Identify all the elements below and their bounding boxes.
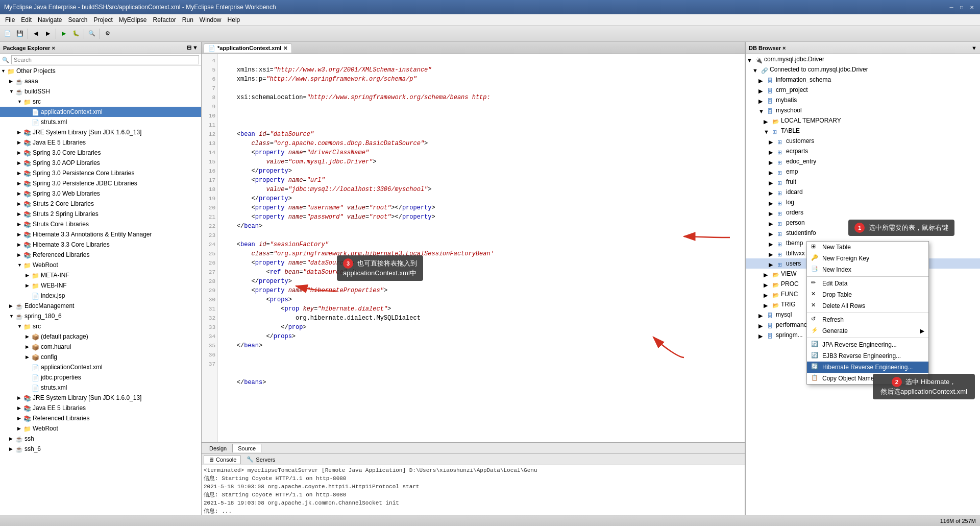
tab-design[interactable]: Design xyxy=(204,444,232,453)
debug-button[interactable]: 🐛 xyxy=(70,28,82,39)
tree-webroot[interactable]: ▼ 📁 WebRoot xyxy=(0,260,201,270)
tree-buildssh[interactable]: ▼ ☕ buildSSH xyxy=(0,86,201,97)
search-input[interactable] xyxy=(11,55,199,64)
tree-ref-libs[interactable]: ▶ 📚 Referenced Libraries xyxy=(0,250,201,260)
tab-source[interactable]: Source xyxy=(232,444,261,452)
db-log[interactable]: ▶ ⊞ log xyxy=(746,197,980,207)
tree-spring-persist[interactable]: ▶ 📚 Spring 3.0 Persistence Core Librarie… xyxy=(0,168,201,178)
ctx-delete-rows[interactable]: ✕ Delete All Rows xyxy=(807,300,928,312)
tab-applicationcontext[interactable]: 📄 *applicationContext.xml ✕ xyxy=(204,43,292,53)
tree-config[interactable]: ▶ 📦 config xyxy=(0,352,201,362)
menu-myeclipse[interactable]: MyEclipse xyxy=(116,15,150,25)
menu-run[interactable]: Run xyxy=(179,15,197,25)
db-fruit[interactable]: ▶ ⊞ fruit xyxy=(746,177,980,187)
menu-file[interactable]: File xyxy=(2,15,18,25)
new-button[interactable]: 📄 xyxy=(2,28,13,39)
minimize-button[interactable]: ─ xyxy=(947,3,955,11)
menu-edit[interactable]: Edit xyxy=(18,15,35,25)
tree-appctx2[interactable]: ▶ 📄 applicationContext.xml xyxy=(0,362,201,372)
run-button[interactable]: ▶ xyxy=(58,28,69,39)
db-crm-project[interactable]: ▶ 🗄 crm_project xyxy=(746,85,980,95)
tree-spring-core[interactable]: ▶ 📚 Spring 3.0 Core Libraries xyxy=(0,148,201,158)
tree-javaee2[interactable]: ▶ 📚 Java EE 5 Libraries xyxy=(0,403,201,413)
tree-web-inf[interactable]: ▶ 📁 WEB-INF xyxy=(0,280,201,291)
db-local-temp[interactable]: ▶ 📂 LOCAL TEMPORARY xyxy=(746,115,980,126)
ctx-copy-obj[interactable]: 📋 Copy Object Name xyxy=(807,373,928,384)
close-button[interactable]: ✕ xyxy=(968,3,976,11)
preferences-button[interactable]: ⚙ xyxy=(102,28,113,39)
tree-edocmgmt[interactable]: ▶ ☕ EdocManagement xyxy=(0,301,201,311)
tree-jre2[interactable]: ▶ 📚 JRE System Library [Sun JDK 1.6.0_13… xyxy=(0,393,201,403)
tree-applicationcontext[interactable]: ▶ 📄 applicationContext.xml xyxy=(0,107,201,117)
db-menu-icon[interactable]: ▼ xyxy=(971,45,977,51)
tree-index-jsp[interactable]: ▶ 📄 index.jsp xyxy=(0,291,201,301)
db-mybatis[interactable]: ▶ 🗄 mybatis xyxy=(746,95,980,105)
tree-spring180[interactable]: ▼ ☕ spring_180_6 xyxy=(0,311,201,321)
tree-webroot2[interactable]: ▶ 📁 WebRoot xyxy=(0,423,201,434)
db-customers[interactable]: ▶ ⊞ customers xyxy=(746,136,980,146)
tree-struts2-xml[interactable]: ▶ 📄 struts.xml xyxy=(0,382,201,393)
ctx-refresh[interactable]: ↺ Refresh xyxy=(807,314,928,325)
tree-reflibs2[interactable]: ▶ 📚 Referenced Libraries xyxy=(0,413,201,423)
tree-ssh6[interactable]: ▶ ☕ ssh_6 xyxy=(0,444,201,454)
menu-icon[interactable]: ▼ xyxy=(192,44,198,51)
tree-struts2-spring[interactable]: ▶ 📚 Struts 2 Spring Libraries xyxy=(0,209,201,219)
search-button[interactable]: 🔍 xyxy=(86,28,97,39)
tree-struts2-core[interactable]: ▶ 📚 Struts 2 Core Libraries xyxy=(0,199,201,209)
tree-other-projects[interactable]: ▼ 📁 Other Projects xyxy=(0,66,201,76)
aaaa-arrow[interactable]: ▶ xyxy=(9,77,15,86)
tree-spring-jdbc[interactable]: ▶ 📚 Spring 3.0 Persistence JDBC Librarie… xyxy=(0,178,201,188)
db-info-schema[interactable]: ▶ 🗄 information_schema xyxy=(746,75,980,85)
tab-servers[interactable]: 🔧 Servers xyxy=(242,455,280,464)
tree-jdbc-props[interactable]: ▶ 📄 jdbc.properties xyxy=(0,372,201,382)
code-text[interactable]: xmlns:xsi="http://www.w3.org/2001/XMLSch… xyxy=(218,54,745,442)
db-person[interactable]: ▶ ⊞ person xyxy=(746,218,980,228)
tree-default-pkg[interactable]: ▶ 📦 (default package) xyxy=(0,331,201,342)
ctx-new-table[interactable]: ⊞ New Table xyxy=(807,242,928,253)
db-table-folder[interactable]: ▼ ⊞ TABLE xyxy=(746,126,980,136)
maximize-button[interactable]: □ xyxy=(958,3,966,11)
tree-ssh[interactable]: ▶ ☕ ssh xyxy=(0,434,201,444)
tree-src[interactable]: ▼ 📁 src xyxy=(0,97,201,107)
ctx-ejb3[interactable]: 🔄 EJB3 Reverse Engineering... xyxy=(807,350,928,362)
db-ecrparts[interactable]: ▶ ⊞ ecrparts xyxy=(746,146,980,156)
tab-console[interactable]: 🖥 Console xyxy=(204,455,241,464)
menu-navigate[interactable]: Navigate xyxy=(35,15,65,25)
tree-hibernate-core[interactable]: ▶ 📚 Hibernate 3.3 Core Libraries xyxy=(0,240,201,250)
buildssh-arrow[interactable]: ▼ xyxy=(9,87,15,96)
save-button[interactable]: 💾 xyxy=(14,28,26,39)
ctx-drop-table[interactable]: ✕ Drop Table xyxy=(807,289,928,300)
ctx-jpa[interactable]: 🔄 JPA Reverse Engineering... xyxy=(807,339,928,350)
tree-javaee-lib[interactable]: ▶ 📚 Java EE 5 Libraries xyxy=(0,137,201,148)
src-arrow[interactable]: ▼ xyxy=(17,97,23,106)
tree-hibernate-annot[interactable]: ▶ 📚 Hibernate 3.3 Annotations & Entity M… xyxy=(0,229,201,240)
other-projects-arrow[interactable]: ▼ xyxy=(1,66,7,76)
menu-window[interactable]: Window xyxy=(197,15,225,25)
tree-meta-inf[interactable]: ▶ 📁 META-INF xyxy=(0,270,201,280)
db-edoc-entry[interactable]: ▶ ⊞ edoc_entry xyxy=(746,156,980,166)
db-studentinfo[interactable]: ▶ ⊞ studentinfo xyxy=(746,228,980,238)
tree-spring-web[interactable]: ▶ 📚 Spring 3.0 Web Libraries xyxy=(0,188,201,199)
ctx-new-index[interactable]: 📑 New Index xyxy=(807,264,928,275)
menu-refactor[interactable]: Refactor xyxy=(150,15,179,25)
db-myschool[interactable]: ▼ 🗄 myschool xyxy=(746,105,980,115)
ctx-generate[interactable]: ⚡ Generate ▶ xyxy=(807,325,928,337)
tree-jre-lib[interactable]: ▶ 📚 JRE System Library [Sun JDK 1.6.0_13… xyxy=(0,127,201,137)
db-connection[interactable]: ▼ 🔗 Connected to com.mysql.jdbc.Driver xyxy=(746,64,980,75)
code-editor[interactable]: 45678 910111213 1415161718 1920212223 24… xyxy=(202,54,745,442)
tree-struts-core[interactable]: ▶ 📚 Struts Core Libraries xyxy=(0,219,201,229)
forward-button[interactable]: ▶ xyxy=(42,28,54,39)
db-driver-root[interactable]: ▼ 🔌 com.mysql.jdbc.Driver xyxy=(746,54,980,64)
tree-comhuarui[interactable]: ▶ 📦 com.huarui xyxy=(0,342,201,352)
collapse-all-icon[interactable]: ⊟ xyxy=(187,44,191,51)
menu-help[interactable]: Help xyxy=(225,15,243,25)
tree-struts-xml[interactable]: ▶ 📄 struts.xml xyxy=(0,117,201,127)
db-orders[interactable]: ▶ ⊞ orders xyxy=(746,207,980,218)
db-idcard[interactable]: ▶ ⊞ idcard xyxy=(746,187,980,197)
tree-spring180-src[interactable]: ▼ 📁 src xyxy=(0,321,201,331)
db-emp[interactable]: ▶ ⊞ emp xyxy=(746,166,980,177)
ctx-new-fk[interactable]: 🔑 New Foreign Key xyxy=(807,253,928,264)
ctx-edit-data[interactable]: ✏ Edit Data xyxy=(807,278,928,289)
menu-search[interactable]: Search xyxy=(65,15,90,25)
ctx-hibernate[interactable]: 🔄 Hibernate Reverse Engineering... xyxy=(807,362,928,373)
